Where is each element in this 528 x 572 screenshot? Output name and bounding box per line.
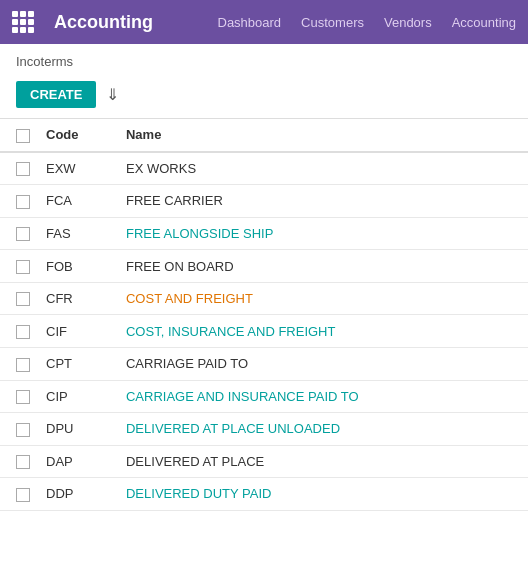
row-code: DDP	[38, 478, 118, 511]
row-name: COST AND FREIGHT	[118, 282, 528, 315]
table-row[interactable]: DAPDELIVERED AT PLACE	[0, 445, 528, 478]
grid-menu-icon[interactable]	[12, 11, 34, 33]
row-checkbox[interactable]	[16, 390, 30, 404]
nav-links: Dashboard Customers Vendors Accounting	[218, 15, 517, 30]
row-name: FREE ON BOARD	[118, 250, 528, 283]
row-code: CIF	[38, 315, 118, 348]
create-button[interactable]: CREATE	[16, 81, 96, 108]
row-code: CPT	[38, 347, 118, 380]
row-name: DELIVERED DUTY PAID	[118, 478, 528, 511]
row-checkbox[interactable]	[16, 358, 30, 372]
row-checkbox-cell[interactable]	[0, 185, 38, 218]
row-checkbox-cell[interactable]	[0, 315, 38, 348]
row-checkbox[interactable]	[16, 488, 30, 502]
page-title-text: Incoterms	[16, 54, 73, 69]
row-code: FOB	[38, 250, 118, 283]
table-row[interactable]: DPUDELIVERED AT PLACE UNLOADED	[0, 413, 528, 446]
row-checkbox[interactable]	[16, 292, 30, 306]
row-name: FREE ALONGSIDE SHIP	[118, 217, 528, 250]
table-row[interactable]: DDPDELIVERED DUTY PAID	[0, 478, 528, 511]
header-code: Code	[38, 119, 118, 152]
row-checkbox[interactable]	[16, 260, 30, 274]
table-row[interactable]: FASFREE ALONGSIDE SHIP	[0, 217, 528, 250]
row-checkbox-cell[interactable]	[0, 282, 38, 315]
row-checkbox-cell[interactable]	[0, 445, 38, 478]
row-checkbox-cell[interactable]	[0, 217, 38, 250]
row-name: FREE CARRIER	[118, 185, 528, 218]
nav-vendors[interactable]: Vendors	[384, 15, 432, 30]
row-checkbox-cell[interactable]	[0, 478, 38, 511]
row-checkbox[interactable]	[16, 325, 30, 339]
row-code: EXW	[38, 152, 118, 185]
row-checkbox-cell[interactable]	[0, 413, 38, 446]
nav-customers[interactable]: Customers	[301, 15, 364, 30]
row-checkbox-cell[interactable]	[0, 347, 38, 380]
table-row[interactable]: FCAFREE CARRIER	[0, 185, 528, 218]
row-checkbox[interactable]	[16, 195, 30, 209]
row-name: EX WORKS	[118, 152, 528, 185]
table-row[interactable]: CFRCOST AND FREIGHT	[0, 282, 528, 315]
import-icon[interactable]: ⇓	[106, 85, 119, 104]
table-header-row: Code Name	[0, 119, 528, 152]
row-code: FAS	[38, 217, 118, 250]
row-checkbox-cell[interactable]	[0, 250, 38, 283]
row-code: DAP	[38, 445, 118, 478]
header-checkbox-col[interactable]	[0, 119, 38, 152]
table-row[interactable]: CPTCARRIAGE PAID TO	[0, 347, 528, 380]
select-all-checkbox[interactable]	[16, 129, 30, 143]
row-name: CARRIAGE AND INSURANCE PAID TO	[118, 380, 528, 413]
row-checkbox-cell[interactable]	[0, 152, 38, 185]
table-row[interactable]: EXWEX WORKS	[0, 152, 528, 185]
row-code: DPU	[38, 413, 118, 446]
row-name: DELIVERED AT PLACE UNLOADED	[118, 413, 528, 446]
header-name: Name	[118, 119, 528, 152]
row-name: COST, INSURANCE AND FREIGHT	[118, 315, 528, 348]
row-code: CFR	[38, 282, 118, 315]
nav-accounting[interactable]: Accounting	[452, 15, 516, 30]
top-nav: Accounting Dashboard Customers Vendors A…	[0, 0, 528, 44]
row-code: FCA	[38, 185, 118, 218]
toolbar: CREATE ⇓	[0, 75, 528, 118]
row-checkbox[interactable]	[16, 162, 30, 176]
incoterms-table: Code Name EXWEX WORKSFCAFREE CARRIERFASF…	[0, 118, 528, 511]
row-checkbox[interactable]	[16, 227, 30, 241]
table-row[interactable]: CIPCARRIAGE AND INSURANCE PAID TO	[0, 380, 528, 413]
row-name: CARRIAGE PAID TO	[118, 347, 528, 380]
row-checkbox-cell[interactable]	[0, 380, 38, 413]
nav-dashboard[interactable]: Dashboard	[218, 15, 282, 30]
row-checkbox[interactable]	[16, 423, 30, 437]
row-name: DELIVERED AT PLACE	[118, 445, 528, 478]
page-title: Incoterms	[0, 44, 528, 75]
table-row[interactable]: FOBFREE ON BOARD	[0, 250, 528, 283]
row-checkbox[interactable]	[16, 455, 30, 469]
app-name: Accounting	[54, 12, 153, 33]
row-code: CIP	[38, 380, 118, 413]
table-row[interactable]: CIFCOST, INSURANCE AND FREIGHT	[0, 315, 528, 348]
